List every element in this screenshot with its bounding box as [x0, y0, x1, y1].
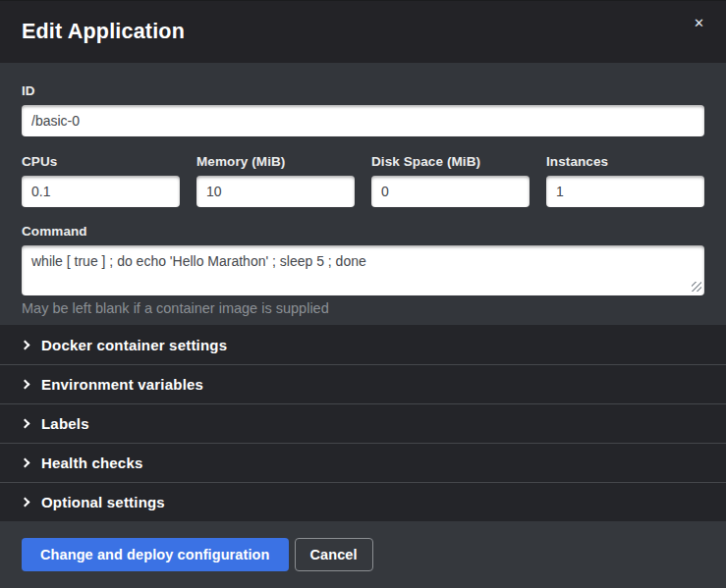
chevron-right-icon — [21, 498, 30, 508]
id-field-group: ID — [22, 83, 704, 136]
section-label: Health checks — [41, 454, 142, 471]
section-health-checks[interactable]: Health checks — [0, 443, 726, 482]
edit-application-modal: Edit Application ✕ ID CPUs Memory (MiB) … — [0, 0, 726, 588]
cpus-field-group: CPUs — [22, 154, 180, 207]
instances-field-group: Instances — [546, 154, 704, 207]
change-and-deploy-button[interactable]: Change and deploy configuration — [22, 538, 289, 571]
chevron-right-icon — [21, 380, 30, 390]
command-textarea[interactable]: while [ true ] ; do echo 'Hello Marathon… — [22, 245, 704, 295]
command-field-group: Command while [ true ] ; do echo 'Hello … — [22, 224, 704, 317]
section-optional-settings[interactable]: Optional settings — [0, 482, 726, 521]
command-help-text: May be left blank if a container image i… — [22, 300, 704, 317]
application-form: ID CPUs Memory (MiB) Disk Space (MiB) In… — [0, 63, 726, 325]
id-input[interactable] — [22, 105, 704, 136]
cancel-button[interactable]: Cancel — [295, 538, 373, 571]
section-label: Environment variables — [41, 376, 203, 393]
instances-label: Instances — [546, 154, 704, 169]
disk-input[interactable] — [371, 176, 530, 207]
section-label: Optional settings — [41, 494, 165, 510]
command-textarea-wrap: while [ true ] ; do echo 'Hello Marathon… — [22, 245, 704, 295]
modal-title: Edit Application — [22, 20, 185, 44]
cpus-label: CPUs — [22, 154, 180, 169]
disk-field-group: Disk Space (MiB) — [371, 154, 530, 207]
section-docker-container-settings[interactable]: Docker container settings — [0, 325, 726, 364]
chevron-right-icon — [21, 458, 30, 468]
cpus-input[interactable] — [22, 176, 180, 207]
memory-input[interactable] — [196, 176, 355, 207]
memory-field-group: Memory (MiB) — [196, 154, 355, 207]
instances-input[interactable] — [546, 176, 704, 207]
section-environment-variables[interactable]: Environment variables — [0, 364, 726, 403]
close-button[interactable]: ✕ — [690, 13, 708, 33]
accordion-sections: Docker container settings Environment va… — [0, 325, 726, 521]
chevron-right-icon — [21, 340, 30, 349]
disk-label: Disk Space (MiB) — [371, 154, 530, 169]
id-label: ID — [22, 83, 704, 98]
section-label: Labels — [41, 415, 89, 432]
close-icon: ✕ — [694, 16, 704, 30]
command-label: Command — [22, 224, 704, 239]
section-labels[interactable]: Labels — [0, 403, 726, 443]
modal-header: Edit Application ✕ — [0, 0, 726, 63]
section-label: Docker container settings — [41, 337, 227, 353]
resources-row: CPUs Memory (MiB) Disk Space (MiB) Insta… — [22, 154, 704, 207]
memory-label: Memory (MiB) — [196, 154, 355, 169]
chevron-right-icon — [21, 419, 30, 429]
modal-footer: Change and deploy configuration Cancel — [0, 521, 726, 588]
